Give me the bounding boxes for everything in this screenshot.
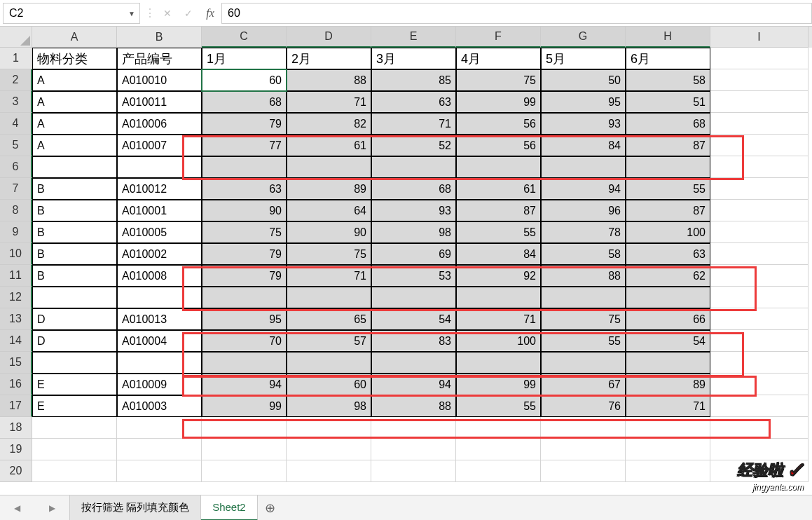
cell-E6[interactable] xyxy=(371,156,456,178)
cell-C3[interactable]: 68 xyxy=(202,91,287,113)
row-header-1[interactable]: 1 xyxy=(0,48,32,69)
row-header-9[interactable]: 9 xyxy=(0,221,32,243)
tab-nav-prev-icon[interactable]: ◀ xyxy=(14,503,20,513)
cell-H19[interactable] xyxy=(626,439,710,460)
cell-B1[interactable]: 产品编号 xyxy=(117,48,202,69)
cell-F12[interactable] xyxy=(456,287,541,308)
cell-I20[interactable] xyxy=(710,460,808,482)
cell-E1[interactable]: 3月 xyxy=(371,48,456,69)
cell-D7[interactable]: 89 xyxy=(287,178,371,200)
cell-D8[interactable]: 64 xyxy=(287,200,371,221)
cell-D14[interactable]: 57 xyxy=(287,330,371,352)
cell-C19[interactable] xyxy=(202,439,287,460)
cell-E4[interactable]: 71 xyxy=(371,113,456,135)
cell-D3[interactable]: 71 xyxy=(287,91,371,113)
cell-C8[interactable]: 90 xyxy=(202,200,287,221)
cell-C10[interactable]: 79 xyxy=(202,243,287,265)
cell-I9[interactable] xyxy=(710,221,808,243)
cell-F6[interactable] xyxy=(456,156,541,178)
cell-F7[interactable]: 61 xyxy=(456,178,541,200)
cell-H15[interactable] xyxy=(626,352,710,374)
column-header-D[interactable]: D xyxy=(287,27,371,48)
chevron-down-icon[interactable]: ▼ xyxy=(128,9,135,17)
cell-I1[interactable] xyxy=(710,48,808,69)
formula-input[interactable]: 60 xyxy=(221,3,812,24)
cell-G1[interactable]: 5月 xyxy=(541,48,626,69)
cell-I17[interactable] xyxy=(710,395,808,417)
row-header-10[interactable]: 10 xyxy=(0,243,32,265)
column-header-A[interactable]: A xyxy=(32,27,117,48)
cell-B6[interactable] xyxy=(117,156,202,178)
row-header-4[interactable]: 4 xyxy=(0,113,32,135)
cell-H4[interactable]: 68 xyxy=(626,113,710,135)
row-header-3[interactable]: 3 xyxy=(0,91,32,113)
cell-G14[interactable]: 55 xyxy=(541,330,626,352)
cell-E18[interactable] xyxy=(371,417,456,439)
cell-E17[interactable]: 88 xyxy=(371,395,456,417)
cell-F19[interactable] xyxy=(456,439,541,460)
cell-E10[interactable]: 69 xyxy=(371,243,456,265)
cell-I15[interactable] xyxy=(710,352,808,374)
cell-B14[interactable]: A010004 xyxy=(117,330,202,352)
cell-B10[interactable]: A010002 xyxy=(117,243,202,265)
cell-C18[interactable] xyxy=(202,417,287,439)
cell-F3[interactable]: 99 xyxy=(456,91,541,113)
cell-I10[interactable] xyxy=(710,243,808,265)
cell-B12[interactable] xyxy=(117,287,202,308)
cell-I5[interactable] xyxy=(710,135,808,156)
check-icon[interactable]: ✓ xyxy=(178,3,199,24)
cell-B11[interactable]: A010008 xyxy=(117,265,202,287)
row-header-20[interactable]: 20 xyxy=(0,460,32,482)
cell-G9[interactable]: 78 xyxy=(541,221,626,243)
cell-I19[interactable] xyxy=(710,439,808,460)
cell-A12[interactable] xyxy=(32,287,117,308)
cell-E3[interactable]: 63 xyxy=(371,91,456,113)
cell-A1[interactable]: 物料分类 xyxy=(32,48,117,69)
cell-C13[interactable]: 95 xyxy=(202,308,287,330)
cell-I14[interactable] xyxy=(710,330,808,352)
cell-A20[interactable] xyxy=(32,460,117,482)
cell-E15[interactable] xyxy=(371,352,456,374)
row-header-8[interactable]: 8 xyxy=(0,200,32,221)
row-header-17[interactable]: 17 xyxy=(0,395,32,417)
cell-B9[interactable]: A010005 xyxy=(117,221,202,243)
cell-D11[interactable]: 71 xyxy=(287,265,371,287)
cell-I6[interactable] xyxy=(710,156,808,178)
cell-G16[interactable]: 67 xyxy=(541,374,626,395)
cell-G2[interactable]: 50 xyxy=(541,69,626,91)
cell-A17[interactable]: E xyxy=(32,395,117,417)
cell-A2[interactable]: A xyxy=(32,69,117,91)
cell-C20[interactable] xyxy=(202,460,287,482)
cell-I12[interactable] xyxy=(710,287,808,308)
cell-A13[interactable]: D xyxy=(32,308,117,330)
cell-G7[interactable]: 94 xyxy=(541,178,626,200)
cell-D4[interactable]: 82 xyxy=(287,113,371,135)
cell-G11[interactable]: 88 xyxy=(541,265,626,287)
cell-F14[interactable]: 100 xyxy=(456,330,541,352)
cells-area[interactable]: 物料分类产品编号1月2月3月4月5月6月AA010010608885755058… xyxy=(32,48,812,482)
row-header-15[interactable]: 15 xyxy=(0,352,32,374)
cell-C6[interactable] xyxy=(202,156,287,178)
cell-H3[interactable]: 51 xyxy=(626,91,710,113)
tab-sheet-2[interactable]: Sheet2 xyxy=(201,495,258,521)
cell-I2[interactable] xyxy=(710,69,808,91)
cell-F17[interactable]: 55 xyxy=(456,395,541,417)
cell-A16[interactable]: E xyxy=(32,374,117,395)
cell-A4[interactable]: A xyxy=(32,113,117,135)
cell-I13[interactable] xyxy=(710,308,808,330)
cell-F4[interactable]: 56 xyxy=(456,113,541,135)
cell-A10[interactable]: B xyxy=(32,243,117,265)
cell-G8[interactable]: 96 xyxy=(541,200,626,221)
row-header-5[interactable]: 5 xyxy=(0,135,32,156)
cell-D20[interactable] xyxy=(287,460,371,482)
cell-C12[interactable] xyxy=(202,287,287,308)
cell-D1[interactable]: 2月 xyxy=(287,48,371,69)
cell-H9[interactable]: 100 xyxy=(626,221,710,243)
cell-G18[interactable] xyxy=(541,417,626,439)
cell-A9[interactable]: B xyxy=(32,221,117,243)
row-header-2[interactable]: 2 xyxy=(0,69,32,91)
cell-B8[interactable]: A010001 xyxy=(117,200,202,221)
cell-I8[interactable] xyxy=(710,200,808,221)
cell-G6[interactable] xyxy=(541,156,626,178)
cell-F2[interactable]: 75 xyxy=(456,69,541,91)
